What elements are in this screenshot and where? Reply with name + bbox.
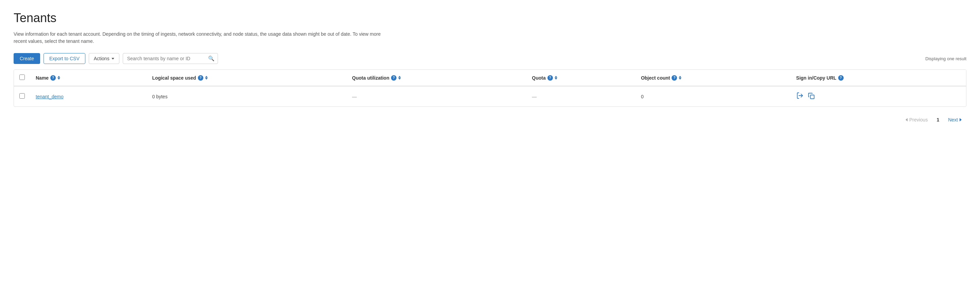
tenants-table: Name ? Logical space used ? [14,70,966,107]
object-count-sort[interactable] [679,76,681,80]
search-container: 🔍 [123,53,218,64]
col-quota: Quota ? [527,70,636,86]
arrow-left-icon [905,118,908,121]
svg-rect-1 [811,95,815,99]
name-sort[interactable] [57,76,60,80]
logical-space-help-icon[interactable]: ? [198,75,204,81]
next-button[interactable]: Next [945,115,965,124]
tenant-link[interactable]: tenant_demo [36,94,64,99]
col-logical-space: Logical space used ? [147,70,347,86]
row-object-count-cell: 0 [636,86,791,107]
col-name-label: Name [36,75,49,81]
quota-help-icon[interactable]: ? [547,75,553,81]
col-logical-space-label: Logical space used [152,75,196,81]
row-quota: — [532,94,536,99]
next-label: Next [948,117,958,123]
name-help-icon[interactable]: ? [50,75,56,81]
row-logical-space-cell: 0 bytes [147,86,347,107]
sort-down-icon [555,78,557,80]
col-name: Name ? [30,70,147,86]
actions-button[interactable]: Actions [89,53,119,64]
quota-sort[interactable] [555,76,557,80]
sort-down-icon [398,78,401,80]
row-name-cell: tenant_demo [30,86,147,107]
action-icons [796,92,961,101]
row-quota-utilization: — [352,94,357,99]
sign-in-icon[interactable] [796,92,803,101]
sort-down-icon [57,78,60,80]
object-count-help-icon[interactable]: ? [671,75,677,81]
select-all-checkbox[interactable] [19,75,25,80]
row-quota-utilization-cell: — [347,86,527,107]
search-input[interactable] [123,53,218,64]
col-quota-utilization-label: Quota utilization [352,75,389,81]
sort-up-icon [679,76,681,78]
row-logical-space: 0 bytes [152,94,168,99]
row-checkbox-cell [14,86,30,107]
actions-label: Actions [94,56,110,61]
toolbar: Create Export to CSV Actions 🔍 Displayin… [14,53,966,64]
page-title: Tenants [14,11,966,25]
sort-up-icon [398,76,401,78]
select-all-cell [14,70,30,86]
export-csv-button[interactable]: Export to CSV [43,53,85,64]
quota-utilization-sort[interactable] [398,76,401,80]
sort-up-icon [555,76,557,78]
col-object-count: Object count ? [636,70,791,86]
sign-in-help-icon[interactable]: ? [838,75,844,81]
chevron-down-icon [111,58,114,59]
page-description: View information for each tenant account… [14,30,388,45]
table-body: tenant_demo 0 bytes — — 0 [14,86,966,107]
previous-button[interactable]: Previous [902,115,931,124]
row-checkbox[interactable] [19,93,25,99]
displaying-info: Displaying one result [925,56,966,61]
table-header-row: Name ? Logical space used ? [14,70,966,86]
row-object-count: 0 [641,94,644,99]
logical-space-sort[interactable] [205,76,208,80]
previous-label: Previous [909,117,928,123]
copy-url-icon[interactable] [808,92,815,101]
sort-down-icon [205,78,208,80]
current-page: 1 [934,116,942,124]
sort-down-icon [679,78,681,80]
col-quota-label: Quota [532,75,546,81]
col-quota-utilization: Quota utilization ? [347,70,527,86]
pagination: Previous 1 Next [14,115,966,124]
col-object-count-label: Object count [641,75,670,81]
table-row: tenant_demo 0 bytes — — 0 [14,86,966,107]
quota-utilization-help-icon[interactable]: ? [391,75,396,81]
row-quota-cell: — [527,86,636,107]
col-sign-in-label: Sign in/Copy URL [796,75,836,81]
col-sign-in: Sign in/Copy URL ? [791,70,966,86]
row-sign-in-cell [791,86,966,107]
arrow-right-icon [959,118,962,121]
sort-up-icon [205,76,208,78]
sort-up-icon [57,76,60,78]
create-button[interactable]: Create [14,53,40,64]
table-wrapper: Name ? Logical space used ? [14,69,966,107]
